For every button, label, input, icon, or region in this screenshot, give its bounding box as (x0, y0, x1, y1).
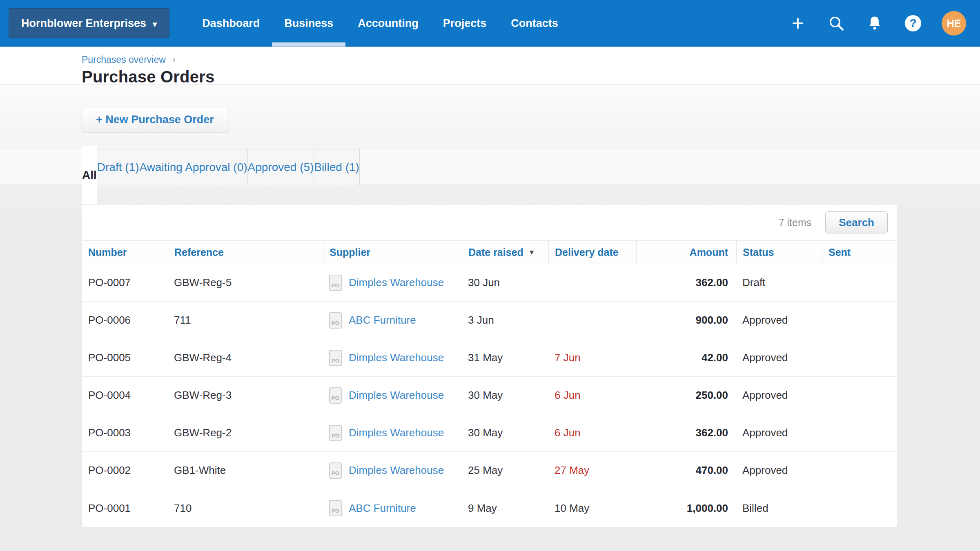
reference-cell: GBW-Reg-4 (168, 339, 323, 376)
spacer-cell (867, 452, 897, 489)
delivery-date-cell: 7 Jun (548, 339, 636, 376)
column-header-number[interactable]: Number (82, 241, 168, 264)
supplier-cell: PO Dimples Warehouse (323, 452, 462, 489)
purchase-orders-card: 7 items Search Number Reference Supplier… (82, 204, 897, 527)
column-header-supplier[interactable]: Supplier (323, 241, 462, 264)
nav-item[interactable]: Contacts (499, 0, 570, 47)
date-raised-cell: 25 May (462, 452, 548, 489)
status-tab[interactable]: Billed (1) (314, 149, 359, 185)
nav-item-label: Contacts (511, 17, 558, 30)
status-tab[interactable]: Draft (1) (97, 149, 140, 185)
org-name: Hornblower Enterprises (21, 17, 146, 30)
table-search-button[interactable]: Search (825, 211, 888, 233)
notifications-button[interactable] (865, 13, 884, 33)
help-glyph: ? (909, 17, 916, 30)
table-row[interactable]: PO-0002 GB1-White PO Dimples Warehouse 2… (82, 452, 897, 489)
spacer-cell (867, 414, 897, 451)
status-cell: Draft (736, 264, 822, 301)
status-tab[interactable]: Approved (5) (248, 149, 314, 185)
spacer-cell (867, 377, 897, 414)
table-row[interactable]: PO-0006 711 PO ABC Furniture 3 Jun 900.0… (82, 302, 897, 339)
org-switcher-button[interactable]: Hornblower Enterprises ▾ (9, 8, 169, 38)
table-row[interactable]: PO-0001 710 PO ABC Furniture 9 May 10 Ma… (82, 489, 897, 527)
supplier-link[interactable]: Dimples Warehouse (349, 351, 444, 364)
supplier-cell: PO ABC Furniture (323, 489, 462, 527)
breadcrumb-separator-icon: › (172, 55, 175, 65)
purchase-order-doc-icon: PO (329, 312, 342, 329)
column-header-amount[interactable]: Amount (636, 241, 736, 264)
supplier-cell: PO Dimples Warehouse (323, 414, 462, 451)
spacer-cell (867, 339, 897, 376)
reference-cell: 710 (168, 489, 323, 527)
nav-item-label: Projects (443, 17, 487, 30)
amount-cell: 42.00 (636, 339, 736, 376)
column-header-status[interactable]: Status (736, 241, 822, 264)
create-new-button[interactable]: + (788, 13, 808, 33)
po-number-cell: PO-0004 (82, 377, 168, 414)
status-tab-label: All (82, 169, 97, 182)
sent-cell (822, 302, 867, 339)
table-row[interactable]: PO-0004 GBW-Reg-3 PO Dimples Warehouse 3… (82, 377, 897, 414)
search-button[interactable] (826, 13, 846, 33)
column-header-delivery-date[interactable]: Delivery date (548, 241, 636, 264)
status-tabs: All Draft (1) Awaiting Approval (0) Appr… (0, 149, 980, 185)
status-tab-label: Draft (1) (97, 161, 139, 174)
sent-cell (822, 377, 867, 414)
purchase-order-doc-icon: PO (329, 425, 342, 441)
help-button[interactable]: ? (903, 13, 923, 33)
status-tab-label: Billed (1) (314, 161, 359, 174)
user-avatar[interactable]: HE (942, 11, 966, 36)
reference-cell: GB1-White (168, 452, 323, 489)
date-raised-cell: 9 May (462, 489, 548, 527)
supplier-cell: PO ABC Furniture (323, 302, 462, 339)
column-header-sent[interactable]: Sent (822, 241, 867, 264)
nav-item[interactable]: Projects (431, 0, 499, 47)
help-icon: ? (905, 15, 921, 31)
breadcrumb-link-purchases-overview[interactable]: Purchases overview (82, 54, 166, 65)
status-tab[interactable]: All (82, 146, 97, 204)
page-header: Purchases overview › Purchase Orders (0, 47, 980, 84)
page-title: Purchase Orders (82, 68, 980, 86)
sent-cell (822, 264, 867, 301)
nav-item[interactable]: Accounting (345, 0, 431, 47)
date-raised-cell: 30 May (462, 414, 548, 451)
table-toolbar: 7 items Search (82, 204, 897, 240)
column-header-reference[interactable]: Reference (168, 241, 323, 264)
supplier-link[interactable]: ABC Furniture (349, 314, 416, 327)
status-tab-label: Awaiting Approval (0) (139, 161, 247, 174)
amount-cell: 900.00 (636, 302, 736, 339)
nav-item[interactable]: Business (272, 0, 345, 47)
sort-descending-icon: ▼ (528, 248, 535, 257)
table-row[interactable]: PO-0007 GBW-Reg-5 PO Dimples Warehouse 3… (82, 264, 897, 302)
delivery-date-cell: 10 May (548, 489, 636, 527)
status-cell: Approved (736, 377, 822, 414)
nav-item[interactable]: Dashboard (190, 0, 272, 47)
new-purchase-order-button[interactable]: + New Purchase Order (82, 107, 228, 132)
supplier-link[interactable]: Dimples Warehouse (349, 427, 444, 439)
top-navigation-bar: Hornblower Enterprises ▾ Dashboard Busin… (0, 0, 980, 47)
column-header-date-raised[interactable]: Date raised ▼ (462, 241, 548, 264)
spacer-cell (867, 489, 897, 527)
reference-cell: GBW-Reg-3 (168, 377, 323, 414)
reference-cell: GBW-Reg-5 (168, 264, 323, 301)
status-cell: Approved (736, 339, 822, 376)
supplier-link[interactable]: Dimples Warehouse (349, 276, 444, 289)
purchase-order-doc-icon: PO (329, 500, 342, 516)
po-number-cell: PO-0006 (82, 302, 168, 339)
supplier-cell: PO Dimples Warehouse (323, 339, 462, 376)
table-row[interactable]: PO-0003 GBW-Reg-2 PO Dimples Warehouse 3… (82, 414, 897, 452)
supplier-link[interactable]: Dimples Warehouse (349, 389, 444, 402)
purchase-order-doc-icon: PO (329, 275, 342, 291)
date-raised-cell: 30 Jun (462, 264, 548, 301)
supplier-link[interactable]: Dimples Warehouse (349, 464, 444, 477)
status-tab[interactable]: Awaiting Approval (0) (139, 149, 247, 185)
purchase-order-doc-icon: PO (329, 387, 342, 404)
supplier-link[interactable]: ABC Furniture (349, 502, 416, 515)
date-raised-cell: 3 Jun (462, 302, 548, 339)
date-raised-cell: 30 May (462, 377, 548, 414)
breadcrumb: Purchases overview › (82, 54, 980, 65)
status-cell: Billed (736, 489, 822, 527)
supplier-cell: PO Dimples Warehouse (323, 377, 462, 414)
header-actions: + ? HE (788, 11, 980, 36)
table-row[interactable]: PO-0005 GBW-Reg-4 PO Dimples Warehouse 3… (82, 339, 897, 377)
